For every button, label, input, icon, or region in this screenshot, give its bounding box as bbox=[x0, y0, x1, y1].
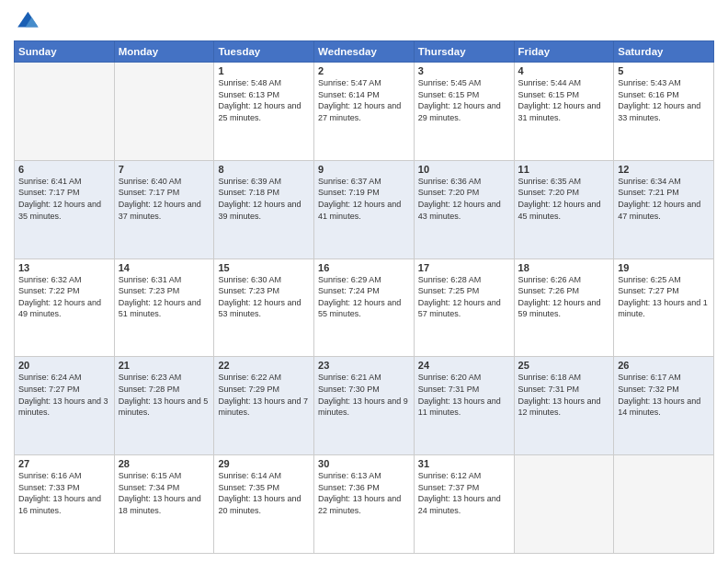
day-number: 23 bbox=[318, 360, 410, 371]
calendar-day-cell: 22Sunrise: 6:22 AM Sunset: 7:29 PM Dayli… bbox=[214, 357, 314, 455]
calendar-header-row: SundayMondayTuesdayWednesdayThursdayFrid… bbox=[15, 41, 714, 63]
calendar-day-cell: 29Sunrise: 6:14 AM Sunset: 7:35 PM Dayli… bbox=[214, 455, 314, 554]
calendar-day-cell: 21Sunrise: 6:23 AM Sunset: 7:28 PM Dayli… bbox=[114, 357, 214, 455]
day-number: 12 bbox=[618, 164, 710, 175]
day-number: 10 bbox=[418, 164, 510, 175]
calendar-day-cell: 30Sunrise: 6:13 AM Sunset: 7:36 PM Dayli… bbox=[314, 455, 415, 554]
calendar-day-cell: 15Sunrise: 6:30 AM Sunset: 7:23 PM Dayli… bbox=[214, 259, 314, 357]
day-number: 6 bbox=[18, 164, 110, 175]
day-info: Sunrise: 6:15 AM Sunset: 7:34 PM Dayligh… bbox=[119, 470, 210, 516]
calendar-day-cell: 24Sunrise: 6:20 AM Sunset: 7:31 PM Dayli… bbox=[414, 357, 514, 455]
calendar-day-cell: 16Sunrise: 6:29 AM Sunset: 7:24 PM Dayli… bbox=[314, 259, 415, 357]
day-info: Sunrise: 6:17 AM Sunset: 7:32 PM Dayligh… bbox=[618, 372, 710, 418]
calendar-day-cell: 26Sunrise: 6:17 AM Sunset: 7:32 PM Dayli… bbox=[614, 357, 714, 455]
day-number: 3 bbox=[418, 65, 510, 76]
day-info: Sunrise: 6:37 AM Sunset: 7:19 PM Dayligh… bbox=[318, 176, 410, 222]
logo bbox=[14, 9, 43, 35]
calendar-day-cell: 13Sunrise: 6:32 AM Sunset: 7:22 PM Dayli… bbox=[15, 259, 115, 357]
calendar-day-cell bbox=[15, 63, 115, 161]
day-number: 11 bbox=[518, 164, 610, 175]
day-number: 29 bbox=[218, 458, 310, 469]
day-number: 30 bbox=[318, 458, 410, 469]
day-info: Sunrise: 5:45 AM Sunset: 6:15 PM Dayligh… bbox=[418, 77, 510, 123]
day-number: 27 bbox=[18, 458, 110, 469]
page: SundayMondayTuesdayWednesdayThursdayFrid… bbox=[0, 0, 728, 563]
calendar-day-cell: 5Sunrise: 5:43 AM Sunset: 6:16 PM Daylig… bbox=[614, 63, 714, 161]
day-info: Sunrise: 6:35 AM Sunset: 7:20 PM Dayligh… bbox=[518, 176, 610, 222]
day-number: 24 bbox=[418, 360, 510, 371]
day-of-week-header: Monday bbox=[114, 41, 214, 63]
calendar-day-cell: 4Sunrise: 5:44 AM Sunset: 6:15 PM Daylig… bbox=[514, 63, 614, 161]
day-number: 18 bbox=[518, 262, 610, 273]
day-info: Sunrise: 6:31 AM Sunset: 7:23 PM Dayligh… bbox=[119, 274, 210, 320]
day-number: 25 bbox=[518, 360, 610, 371]
day-info: Sunrise: 6:12 AM Sunset: 7:37 PM Dayligh… bbox=[418, 470, 510, 516]
day-info: Sunrise: 6:41 AM Sunset: 7:17 PM Dayligh… bbox=[18, 176, 110, 222]
day-of-week-header: Friday bbox=[514, 41, 614, 63]
day-number: 4 bbox=[518, 65, 610, 76]
calendar-day-cell: 27Sunrise: 6:16 AM Sunset: 7:33 PM Dayli… bbox=[15, 455, 115, 554]
day-info: Sunrise: 5:47 AM Sunset: 6:14 PM Dayligh… bbox=[318, 77, 410, 123]
day-number: 16 bbox=[318, 262, 410, 273]
day-number: 5 bbox=[618, 65, 710, 76]
calendar-day-cell: 31Sunrise: 6:12 AM Sunset: 7:37 PM Dayli… bbox=[414, 455, 514, 554]
day-info: Sunrise: 6:39 AM Sunset: 7:18 PM Dayligh… bbox=[218, 176, 310, 222]
calendar-day-cell: 20Sunrise: 6:24 AM Sunset: 7:27 PM Dayli… bbox=[15, 357, 115, 455]
day-of-week-header: Tuesday bbox=[214, 41, 314, 63]
header bbox=[14, 9, 714, 35]
day-number: 28 bbox=[119, 458, 210, 469]
calendar-day-cell: 25Sunrise: 6:18 AM Sunset: 7:31 PM Dayli… bbox=[514, 357, 614, 455]
day-number: 26 bbox=[618, 360, 710, 371]
calendar-day-cell: 11Sunrise: 6:35 AM Sunset: 7:20 PM Dayli… bbox=[514, 160, 614, 259]
calendar-day-cell: 28Sunrise: 6:15 AM Sunset: 7:34 PM Dayli… bbox=[114, 455, 214, 554]
day-number: 1 bbox=[218, 65, 310, 76]
calendar-day-cell: 18Sunrise: 6:26 AM Sunset: 7:26 PM Dayli… bbox=[514, 259, 614, 357]
day-of-week-header: Sunday bbox=[15, 41, 115, 63]
day-of-week-header: Wednesday bbox=[314, 41, 415, 63]
day-info: Sunrise: 5:48 AM Sunset: 6:13 PM Dayligh… bbox=[218, 77, 310, 123]
day-number: 15 bbox=[218, 262, 310, 273]
calendar-day-cell: 7Sunrise: 6:40 AM Sunset: 7:17 PM Daylig… bbox=[114, 160, 214, 259]
day-number: 21 bbox=[119, 360, 210, 371]
day-info: Sunrise: 6:34 AM Sunset: 7:21 PM Dayligh… bbox=[618, 176, 710, 222]
day-of-week-header: Thursday bbox=[414, 41, 514, 63]
day-number: 13 bbox=[18, 262, 110, 273]
day-info: Sunrise: 6:13 AM Sunset: 7:36 PM Dayligh… bbox=[318, 470, 410, 516]
day-info: Sunrise: 6:28 AM Sunset: 7:25 PM Dayligh… bbox=[418, 274, 510, 320]
calendar-day-cell: 2Sunrise: 5:47 AM Sunset: 6:14 PM Daylig… bbox=[314, 63, 415, 161]
calendar-day-cell: 3Sunrise: 5:45 AM Sunset: 6:15 PM Daylig… bbox=[414, 63, 514, 161]
calendar-day-cell: 8Sunrise: 6:39 AM Sunset: 7:18 PM Daylig… bbox=[214, 160, 314, 259]
day-number: 9 bbox=[318, 164, 410, 175]
day-info: Sunrise: 6:23 AM Sunset: 7:28 PM Dayligh… bbox=[119, 372, 210, 418]
day-of-week-header: Saturday bbox=[614, 41, 714, 63]
calendar-week-row: 1Sunrise: 5:48 AM Sunset: 6:13 PM Daylig… bbox=[15, 63, 714, 161]
day-info: Sunrise: 5:43 AM Sunset: 6:16 PM Dayligh… bbox=[618, 77, 710, 123]
day-number: 8 bbox=[218, 164, 310, 175]
day-number: 2 bbox=[318, 65, 410, 76]
calendar-day-cell: 6Sunrise: 6:41 AM Sunset: 7:17 PM Daylig… bbox=[15, 160, 115, 259]
day-number: 7 bbox=[119, 164, 210, 175]
day-info: Sunrise: 6:32 AM Sunset: 7:22 PM Dayligh… bbox=[18, 274, 110, 320]
calendar-day-cell bbox=[614, 455, 714, 554]
day-info: Sunrise: 6:29 AM Sunset: 7:24 PM Dayligh… bbox=[318, 274, 410, 320]
calendar-week-row: 27Sunrise: 6:16 AM Sunset: 7:33 PM Dayli… bbox=[15, 455, 714, 554]
day-info: Sunrise: 6:24 AM Sunset: 7:27 PM Dayligh… bbox=[18, 372, 110, 418]
day-info: Sunrise: 6:16 AM Sunset: 7:33 PM Dayligh… bbox=[18, 470, 110, 516]
calendar-day-cell: 17Sunrise: 6:28 AM Sunset: 7:25 PM Dayli… bbox=[414, 259, 514, 357]
calendar-week-row: 20Sunrise: 6:24 AM Sunset: 7:27 PM Dayli… bbox=[15, 357, 714, 455]
calendar-day-cell: 1Sunrise: 5:48 AM Sunset: 6:13 PM Daylig… bbox=[214, 63, 314, 161]
calendar-day-cell: 14Sunrise: 6:31 AM Sunset: 7:23 PM Dayli… bbox=[114, 259, 214, 357]
calendar-day-cell: 9Sunrise: 6:37 AM Sunset: 7:19 PM Daylig… bbox=[314, 160, 415, 259]
day-info: Sunrise: 6:21 AM Sunset: 7:30 PM Dayligh… bbox=[318, 372, 410, 418]
day-info: Sunrise: 6:18 AM Sunset: 7:31 PM Dayligh… bbox=[518, 372, 610, 418]
day-number: 17 bbox=[418, 262, 510, 273]
calendar-week-row: 13Sunrise: 6:32 AM Sunset: 7:22 PM Dayli… bbox=[15, 259, 714, 357]
calendar-day-cell: 10Sunrise: 6:36 AM Sunset: 7:20 PM Dayli… bbox=[414, 160, 514, 259]
day-info: Sunrise: 6:25 AM Sunset: 7:27 PM Dayligh… bbox=[618, 274, 710, 320]
day-number: 22 bbox=[218, 360, 310, 371]
day-info: Sunrise: 5:44 AM Sunset: 6:15 PM Dayligh… bbox=[518, 77, 610, 123]
day-info: Sunrise: 6:30 AM Sunset: 7:23 PM Dayligh… bbox=[218, 274, 310, 320]
day-number: 19 bbox=[618, 262, 710, 273]
calendar-table: SundayMondayTuesdayWednesdayThursdayFrid… bbox=[14, 40, 714, 554]
calendar-week-row: 6Sunrise: 6:41 AM Sunset: 7:17 PM Daylig… bbox=[15, 160, 714, 259]
